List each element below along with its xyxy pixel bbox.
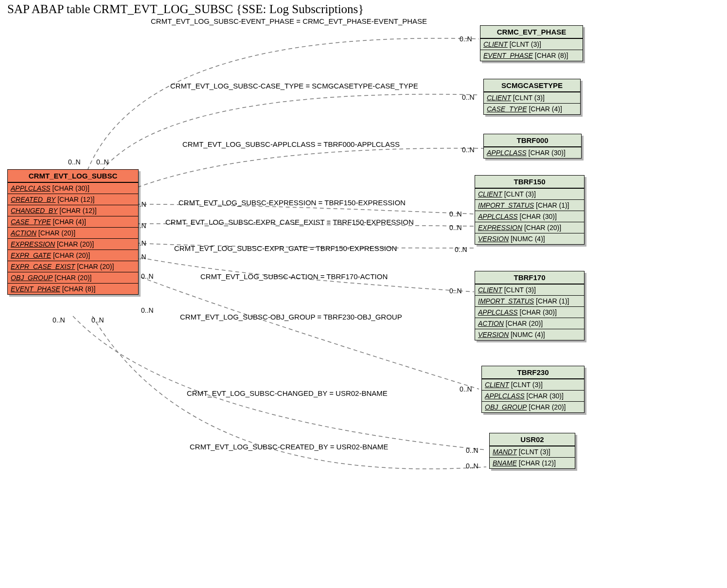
relation-label-7: CRMT_EVT_LOG_SUBSC-OBJ_GROUP = TBRF230-O… — [180, 313, 402, 321]
table-row: MANDT [CLNT (3)] — [490, 446, 575, 457]
field-type: [CLNT (3)] — [519, 448, 550, 456]
cardinality: 0..N — [449, 210, 462, 218]
field-name: APPLCLASS — [478, 308, 518, 316]
table-name: TBRF170 — [475, 271, 584, 284]
table-row: OBJ_GROUP [CHAR (20)] — [482, 401, 584, 412]
table-usr02: USR02 MANDT [CLNT (3)] BNAME [CHAR (12)] — [489, 433, 575, 469]
field-type: [CHAR (8)] — [535, 52, 568, 59]
table-row: CLIENT [CLNT (3)] — [475, 284, 584, 295]
table-row: ACTION [CHAR (20)] — [475, 318, 584, 329]
table-row: EVENT_PHASE [CHAR (8)] — [8, 283, 138, 294]
field-type: [CHAR (1)] — [536, 297, 569, 305]
table-tbrf230: TBRF230 CLIENT [CLNT (3)] APPLCLASS [CHA… — [481, 366, 585, 413]
relation-label-6: CRMT_EVT_LOG_SUBSC-ACTION = TBRF170-ACTI… — [200, 272, 388, 281]
field-type: [CHAR (12)] — [57, 196, 94, 203]
field-type: [CHAR (20)] — [54, 274, 91, 282]
field-type: [CHAR (20)] — [57, 240, 94, 248]
field-type: [CHAR (20)] — [506, 320, 543, 327]
relation-label-5: CRMT_EVT_LOG_SUBSC-EXPR_GATE = TBRF150-E… — [174, 244, 397, 252]
table-name: CRMC_EVT_PHASE — [480, 26, 583, 38]
field-type: [CHAR (30)] — [529, 149, 566, 157]
table-tbrf150: TBRF150 CLIENT [CLNT (3)] IMPORT_STATUS … — [475, 175, 585, 245]
table-name: TBRF230 — [482, 366, 584, 379]
field-name: APPLCLASS — [11, 184, 51, 192]
table-name: TBRF000 — [484, 134, 581, 147]
table-row: EVENT_PHASE [CHAR (8)] — [480, 50, 583, 61]
table-row: APPLCLASS [CHAR (30)] — [484, 147, 581, 158]
field-type: [CLNT (3)] — [511, 381, 543, 389]
field-type: [CHAR (30)] — [520, 213, 557, 220]
table-tbrf170: TBRF170 CLIENT [CLNT (3)] IMPORT_STATUS … — [475, 271, 585, 340]
field-name: APPLCLASS — [485, 392, 525, 400]
field-type: [CLNT (3)] — [513, 94, 545, 102]
field-name: CLIENT — [483, 40, 508, 48]
table-row: OBJ_GROUP [CHAR (20)] — [8, 272, 138, 283]
table-tbrf000: TBRF000 APPLCLASS [CHAR (30)] — [483, 134, 582, 159]
table-row: APPLCLASS [CHAR (30)] — [475, 211, 584, 222]
table-row: CHANGED_BY [CHAR (12)] — [8, 205, 138, 216]
table-row: ACTION [CHAR (20)] — [8, 227, 138, 238]
field-type: [CHAR (20)] — [524, 224, 561, 232]
field-name: CASE_TYPE — [11, 218, 51, 226]
field-name: IMPORT_STATUS — [478, 201, 534, 209]
table-row: EXPRESSION [CHAR (20)] — [8, 238, 138, 249]
field-type: [CHAR (20)] — [38, 229, 75, 237]
page-title: SAP ABAP table CRMT_EVT_LOG_SUBSC {SSE: … — [7, 2, 364, 16]
table-name: CRMT_EVT_LOG_SUBSC — [8, 170, 138, 182]
field-name: CASE_TYPE — [487, 105, 527, 113]
table-row: EXPR_GATE [CHAR (20)] — [8, 249, 138, 261]
cardinality: 0..N — [462, 93, 475, 101]
cardinality: 0..N — [68, 158, 81, 166]
relation-label-8: CRMT_EVT_LOG_SUBSC-CHANGED_BY = USR02-BN… — [187, 389, 388, 397]
table-row: EXPRESSION [CHAR (20)] — [475, 222, 584, 233]
table-row: IMPORT_STATUS [CHAR (1)] — [475, 295, 584, 306]
field-type: [CHAR (20)] — [529, 403, 566, 411]
table-row: EXPR_CASE_EXIST [CHAR (20)] — [8, 261, 138, 272]
field-name: CLIENT — [478, 286, 502, 294]
field-name: OBJ_GROUP — [485, 403, 527, 411]
field-type: [NUMC (4)] — [511, 235, 545, 243]
table-row: CASE_TYPE [CHAR (4)] — [8, 216, 138, 227]
table-row: APPLCLASS [CHAR (30)] — [475, 306, 584, 318]
field-type: [CHAR (30)] — [520, 308, 557, 316]
field-type: [CLNT (3)] — [504, 190, 536, 198]
relation-label-3: CRMT_EVT_LOG_SUBSC-EXPRESSION = TBRF150-… — [178, 198, 406, 207]
relation-label-2: CRMT_EVT_LOG_SUBSC-APPLCLASS = TBRF000-A… — [182, 140, 400, 148]
field-name: BNAME — [493, 459, 517, 467]
field-type: [CHAR (12)] — [519, 459, 556, 467]
table-row: VERSION [NUMC (4)] — [475, 329, 584, 340]
cardinality: 0..N — [449, 224, 462, 232]
cardinality: 0..N — [460, 385, 472, 393]
relation-label-4: CRMT_EVT_LOG_SUBSC-EXPR_CASE_EXIST = TBR… — [165, 218, 414, 226]
cardinality: 0..N — [141, 272, 154, 280]
field-name: CLIENT — [485, 381, 509, 389]
table-row: IMPORT_STATUS [CHAR (1)] — [475, 199, 584, 211]
field-type: [CHAR (20)] — [53, 251, 90, 259]
field-type: [CHAR (20)] — [77, 263, 114, 270]
table-row: VERSION [NUMC (4)] — [475, 233, 584, 244]
field-type: [CHAR (8)] — [62, 285, 95, 293]
field-name: CREATED_BY — [11, 196, 55, 203]
cardinality: 0..N — [91, 316, 104, 324]
field-name: CHANGED_BY — [11, 207, 57, 214]
table-crmc: CRMC_EVT_PHASE CLIENT [CLNT (3)] EVENT_P… — [480, 25, 583, 61]
field-name: CLIENT — [478, 190, 502, 198]
field-name: CLIENT — [487, 94, 511, 102]
field-name: MANDT — [493, 448, 517, 456]
table-name: SCMGCASETYPE — [484, 79, 580, 92]
field-name: APPLCLASS — [487, 149, 527, 157]
cardinality: 0..N — [53, 316, 65, 324]
field-name: APPLCLASS — [478, 213, 518, 220]
cardinality: 0..N — [460, 35, 472, 43]
field-type: [CHAR (4)] — [53, 218, 86, 226]
field-name: EXPRESSION — [478, 224, 522, 232]
cardinality: 0..N — [96, 158, 109, 166]
field-name: VERSION — [478, 235, 509, 243]
cardinality: 0..N — [449, 287, 462, 295]
table-row: APPLCLASS [CHAR (30)] — [8, 182, 138, 194]
field-type: [NUMC (4)] — [511, 331, 545, 339]
field-name: OBJ_GROUP — [11, 274, 53, 282]
field-name: EVENT_PHASE — [11, 285, 60, 293]
cardinality: 0..N — [466, 446, 479, 454]
field-name: VERSION — [478, 331, 509, 339]
